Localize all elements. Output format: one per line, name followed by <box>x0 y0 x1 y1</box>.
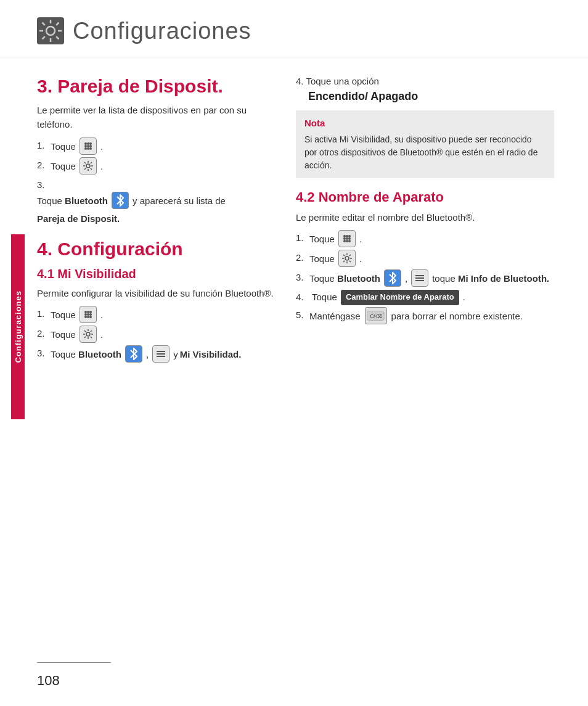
svg-point-52 <box>343 237 346 240</box>
svg-point-11 <box>87 142 89 145</box>
step3-1: 1. Toque <box>37 138 277 155</box>
svg-point-16 <box>84 147 87 150</box>
svg-point-34 <box>84 316 87 318</box>
section41-body: Permite configurar la visibilidad de su … <box>37 286 277 300</box>
svg-point-14 <box>87 145 89 147</box>
bluetooth-icon-2 <box>125 345 142 363</box>
step42-4: 4. Toque Cambiar Nombre de Aparato . <box>296 290 554 305</box>
step41-2: 2. Toque <box>37 326 277 343</box>
svg-line-27 <box>84 168 86 169</box>
svg-rect-68 <box>415 277 424 279</box>
svg-rect-46 <box>157 351 165 352</box>
svg-point-36 <box>89 316 92 318</box>
svg-line-63 <box>343 255 345 256</box>
svg-line-24 <box>84 162 86 163</box>
dots-icon-3 <box>338 230 356 247</box>
svg-point-54 <box>348 237 351 240</box>
step3-3: 3. Toque Bluetooth y aparecerá su lista … <box>37 178 277 226</box>
svg-point-17 <box>87 147 89 150</box>
back-delete-icon: C/⌫ <box>365 307 387 324</box>
svg-point-56 <box>346 240 348 242</box>
svg-point-10 <box>84 142 87 145</box>
svg-point-29 <box>87 311 89 313</box>
svg-point-55 <box>343 240 346 242</box>
svg-point-28 <box>84 311 87 313</box>
note-body: Si activa Mi Visibilidad, su dispositivo… <box>304 133 545 172</box>
menu-icon <box>152 345 169 363</box>
bluetooth-icon-3 <box>384 269 401 287</box>
page-header: Configuraciones <box>0 0 588 57</box>
step4-text: 4. Toque una opción <box>296 76 554 86</box>
gear-icon-3 <box>338 250 356 267</box>
svg-line-43 <box>91 337 92 338</box>
svg-rect-67 <box>415 275 424 276</box>
dots-icon <box>80 138 97 155</box>
svg-point-19 <box>86 164 90 168</box>
svg-point-12 <box>89 142 92 145</box>
main-content: 3. Pareja de Disposit. Le permite ver la… <box>0 64 588 369</box>
page-title: Configuraciones <box>73 18 251 44</box>
section4-title: 4. Configuración <box>37 239 277 260</box>
step42-2: 2. Toque <box>296 250 554 268</box>
steps42-list: 1. Toque <box>296 231 554 325</box>
section42-body: Le permite editar el nombre del Bluetoot… <box>296 210 554 224</box>
svg-point-50 <box>346 235 348 237</box>
step42-3: 3. Toque Bluetooth , <box>296 270 554 287</box>
svg-rect-47 <box>157 353 165 355</box>
step41-1: 1. Toque <box>37 306 277 324</box>
svg-point-51 <box>348 235 351 237</box>
section41-title: 4.1 Mi Visibilidad <box>37 267 277 281</box>
svg-rect-69 <box>415 280 424 281</box>
steps41-list: 1. Toque <box>37 306 277 363</box>
svg-rect-48 <box>157 356 165 357</box>
section3-body: Le permite ver la lista de dispositivos … <box>37 103 277 132</box>
svg-line-65 <box>349 255 351 256</box>
note-title: Nota <box>304 117 545 131</box>
menu-icon-2 <box>411 269 428 287</box>
svg-point-13 <box>84 145 87 147</box>
svg-point-35 <box>87 316 89 318</box>
steps3-list: 1. Toque <box>37 138 277 226</box>
svg-line-26 <box>91 162 92 163</box>
cambiar-nombre-button[interactable]: Cambiar Nombre de Aparato <box>341 290 459 305</box>
svg-line-45 <box>84 337 86 338</box>
step41-3: 3. Toque Bluetooth , <box>37 346 277 363</box>
right-column: 4. Toque una opción Encendido/ Apagado N… <box>296 64 554 369</box>
svg-point-31 <box>84 313 87 316</box>
svg-point-18 <box>89 147 92 150</box>
svg-point-53 <box>346 237 348 240</box>
svg-point-58 <box>345 257 349 260</box>
svg-text:C/⌫: C/⌫ <box>370 313 382 319</box>
svg-point-30 <box>89 311 92 313</box>
step4-option: Encendido/ Apagado <box>308 90 554 103</box>
svg-point-49 <box>343 235 346 237</box>
page-number: 108 <box>37 673 60 689</box>
note-box: Nota Si activa Mi Visibilidad, su dispos… <box>296 110 554 178</box>
svg-point-32 <box>87 313 89 316</box>
svg-point-37 <box>86 332 90 336</box>
left-column: 3. Pareja de Disposit. Le permite ver la… <box>37 64 277 369</box>
bluetooth-icon <box>112 192 129 209</box>
section42-title: 4.2 Nombre de Aparato <box>296 189 554 205</box>
step4-option-area: 4. Toque una opción Encendido/ Apagado <box>296 76 554 103</box>
svg-point-57 <box>348 240 351 242</box>
svg-line-64 <box>349 261 351 262</box>
step42-1: 1. Toque <box>296 231 554 248</box>
svg-point-15 <box>89 145 92 147</box>
settings-icon <box>37 17 64 44</box>
svg-point-33 <box>89 313 92 316</box>
gear-icon-2 <box>80 326 97 343</box>
step42-5: 5. Manténgase C/⌫ para borrar el nombre … <box>296 308 554 325</box>
sidebar-configuraciones: Configuraciones <box>11 234 25 419</box>
svg-line-66 <box>343 261 345 262</box>
dots-icon-2 <box>80 306 97 323</box>
step3-2: 2. Toque <box>37 158 277 175</box>
svg-line-42 <box>84 330 86 332</box>
bottom-divider <box>37 662 111 663</box>
section3-title: 3. Pareja de Disposit. <box>37 76 277 97</box>
svg-line-25 <box>91 168 92 169</box>
gear-icon <box>80 157 97 174</box>
svg-line-44 <box>91 330 92 332</box>
